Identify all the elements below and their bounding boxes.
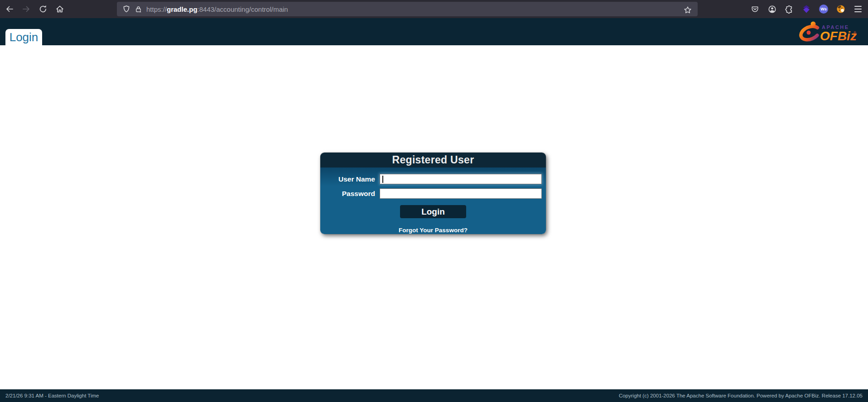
login-box-title: Registered User xyxy=(320,153,546,168)
forgot-password-link[interactable]: Forgot Your Password? xyxy=(320,227,546,234)
tracking-shield-icon[interactable] xyxy=(122,5,130,13)
reload-icon xyxy=(39,5,48,14)
footer-datetime: 2/21/26 9:31 AM - Eastern Daylight Time xyxy=(5,393,99,398)
password-label: Password xyxy=(320,190,380,198)
url-bar[interactable]: https://gradle.pg:8443/accounting/contro… xyxy=(117,2,698,16)
app-header: Login APACHE xyxy=(0,18,868,45)
pocket-button[interactable] xyxy=(747,2,762,16)
star-icon xyxy=(684,6,692,14)
password-row: Password xyxy=(320,188,546,199)
browser-nav-group xyxy=(0,2,67,16)
svg-text:OFBiz: OFBiz xyxy=(820,29,857,43)
reload-button[interactable] xyxy=(36,2,50,16)
forward-icon xyxy=(22,5,31,14)
url-text[interactable]: https://gradle.pg:8443/accounting/contro… xyxy=(146,5,288,13)
home-button[interactable] xyxy=(53,2,67,16)
menu-button[interactable] xyxy=(851,2,865,16)
extension-ws-button[interactable]: Ws xyxy=(816,2,831,16)
password-field-wrap xyxy=(380,188,542,199)
pocket-icon xyxy=(751,5,759,14)
login-button[interactable]: Login xyxy=(400,205,466,218)
browser-toolbar: https://gradle.pg:8443/accounting/contro… xyxy=(0,0,868,18)
page-body: Registered User User Name Password Login xyxy=(0,45,868,389)
lock-warning-icon[interactable] xyxy=(135,5,142,13)
ofbiz-logo-icon: APACHE OFBiz ® xyxy=(799,20,857,44)
text-caret xyxy=(382,176,383,183)
puzzle-piece-icon xyxy=(785,5,794,14)
url-path: :8443/accounting/control/main xyxy=(198,5,288,13)
back-icon xyxy=(5,5,14,14)
ofbiz-logo[interactable]: APACHE OFBiz ® xyxy=(799,20,857,46)
username-row: User Name xyxy=(320,174,546,184)
bookmark-star-button[interactable] xyxy=(680,3,695,17)
menu-icon xyxy=(854,6,862,7)
forward-button[interactable] xyxy=(19,2,34,16)
home-icon xyxy=(55,5,64,14)
password-input[interactable] xyxy=(380,188,542,199)
account-icon xyxy=(768,5,776,14)
url-scheme: https:// xyxy=(146,5,167,13)
tab-login-label: Login xyxy=(10,30,39,44)
username-field-wrap xyxy=(380,174,542,184)
account-button[interactable] xyxy=(765,2,779,16)
browser-action-group: Ws xyxy=(747,2,865,16)
url-host: gradle.pg xyxy=(167,5,198,13)
svg-text:®: ® xyxy=(854,31,856,35)
extensions-button[interactable] xyxy=(782,2,796,16)
back-button[interactable] xyxy=(2,2,17,16)
extension-monkey-button[interactable] xyxy=(834,2,848,16)
username-input[interactable] xyxy=(380,174,542,184)
screen: https://gradle.pg:8443/accounting/contro… xyxy=(0,0,868,402)
monkey-icon xyxy=(836,5,845,14)
footer-copyright: Copyright (c) 2001-2026 The Apache Softw… xyxy=(619,393,863,398)
purple-gem-icon xyxy=(802,5,811,14)
extension-gem-button[interactable] xyxy=(799,2,814,16)
tab-login[interactable]: Login xyxy=(5,29,42,45)
app-footer: 2/21/26 9:31 AM - Eastern Daylight Time … xyxy=(0,389,868,402)
username-label: User Name xyxy=(320,175,380,183)
ws-badge-icon: Ws xyxy=(819,5,828,14)
login-box: Registered User User Name Password Login xyxy=(320,153,546,234)
login-box-body: User Name Password Login Forgot Your Pas… xyxy=(320,168,546,234)
